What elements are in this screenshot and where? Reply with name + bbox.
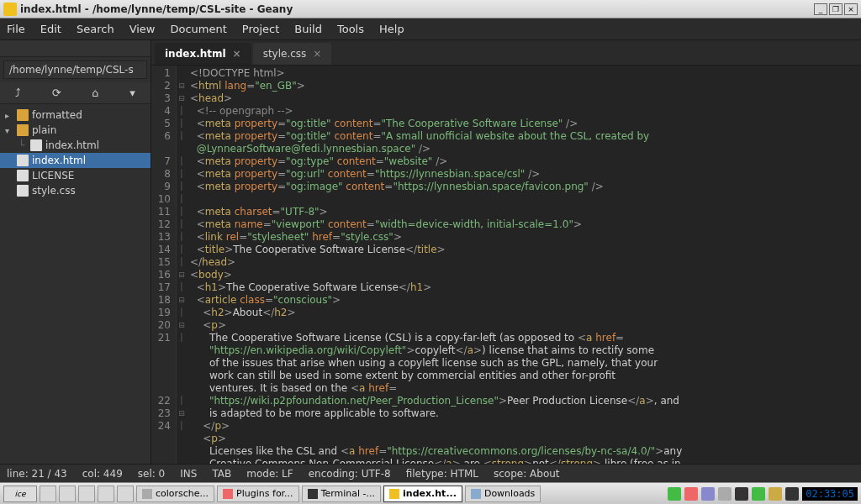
status-scope: scope: About: [494, 468, 560, 480]
tree-file[interactable]: └ index.html: [0, 138, 151, 153]
file-icon: [17, 170, 29, 181]
status-line: line: 21 / 43: [7, 468, 67, 480]
menu-view[interactable]: View: [129, 23, 156, 35]
launcher-icon[interactable]: [40, 486, 56, 502]
maximize-button[interactable]: ❐: [829, 3, 843, 15]
file-icon: [30, 139, 42, 151]
sidebar: /home/lynne/temp/CSL-s ⤴ ⟳ ⌂ ▾ ▸ formatt…: [0, 40, 151, 464]
start-button[interactable]: ice: [3, 486, 37, 502]
launcher-icon[interactable]: [98, 486, 114, 502]
status-mode: mode: LF: [246, 468, 293, 480]
tab-close-icon[interactable]: ×: [313, 48, 321, 60]
status-encoding: encoding: UTF-8: [309, 468, 391, 480]
nav-up-icon[interactable]: ⤴: [15, 87, 21, 99]
tree-file[interactable]: style.css: [0, 183, 151, 198]
code-editor[interactable]: 1 2 3 4 5 6 7 8 9 10 11 12 13 14 15 16 1…: [151, 66, 861, 464]
status-col: col: 449: [82, 468, 123, 480]
taskbar-item[interactable]: Terminal -...: [302, 486, 381, 502]
folder-icon: [17, 109, 29, 121]
tray-icon[interactable]: [701, 487, 715, 501]
taskbar-item[interactable]: colorsche...: [136, 486, 214, 502]
clock[interactable]: 02:33:05: [802, 487, 858, 501]
menu-file[interactable]: File: [7, 23, 25, 35]
launcher-icon[interactable]: [117, 486, 134, 502]
nav-refresh-icon[interactable]: ⟳: [52, 87, 61, 99]
taskbar-item[interactable]: Plugins for...: [217, 486, 299, 502]
tray-icon[interactable]: [735, 487, 748, 501]
tab-index-html[interactable]: index.html ×: [155, 43, 251, 65]
fold-column[interactable]: ⊟ ⊟ │ │ │ │ │ │ │ │ │ │ │ │ ⊟ │ ⊟ │ ⊟ │ …: [177, 66, 187, 464]
tray-icon[interactable]: [718, 487, 732, 501]
window-titlebar: index.html - /home/lynne/temp/CSL-site -…: [0, 0, 861, 18]
minimize-button[interactable]: _: [814, 3, 827, 15]
menu-tools[interactable]: Tools: [337, 23, 364, 35]
menu-build[interactable]: Build: [294, 23, 322, 35]
tab-style-css[interactable]: style.css ×: [253, 43, 332, 65]
taskbar: ice colorsche... Plugins for... Terminal…: [0, 482, 861, 504]
tray-icon[interactable]: [684, 487, 698, 501]
app-icon: [3, 3, 17, 16]
menu-document[interactable]: Document: [170, 23, 226, 35]
status-ins: INS: [180, 468, 197, 480]
nav-dropdown-icon[interactable]: ▾: [129, 87, 135, 99]
tree-file-selected[interactable]: index.html: [0, 153, 151, 168]
tree-folder-formatted[interactable]: ▸ formatted: [0, 108, 151, 123]
file-icon: [17, 155, 29, 166]
folder-icon: [17, 124, 29, 136]
menu-search[interactable]: Search: [77, 23, 114, 35]
launcher-icon[interactable]: [78, 486, 95, 502]
menu-edit[interactable]: Edit: [40, 23, 61, 35]
tree-file[interactable]: LICENSE: [0, 168, 151, 183]
file-icon: [17, 185, 29, 197]
line-numbers: 1 2 3 4 5 6 7 8 9 10 11 12 13 14 15 16 1…: [151, 66, 177, 464]
code-content[interactable]: <!DOCTYPE html> <html lang="en_GB"> <hea…: [187, 66, 861, 464]
status-bar: line: 21 / 43 col: 449 sel: 0 INS TAB mo…: [0, 464, 861, 482]
tree-folder-plain[interactable]: ▾ plain: [0, 123, 151, 138]
file-tree: ▸ formatted ▾ plain └ index.html index.h…: [0, 104, 151, 464]
taskbar-item[interactable]: Downloads: [465, 486, 541, 502]
menu-project[interactable]: Project: [242, 23, 279, 35]
taskbar-item-active[interactable]: index.ht...: [383, 486, 462, 502]
menu-help[interactable]: Help: [379, 23, 404, 35]
tab-close-icon[interactable]: ×: [233, 48, 241, 60]
system-tray: 02:33:05: [668, 487, 858, 501]
nav-home-icon[interactable]: ⌂: [92, 87, 98, 99]
window-title: index.html - /home/lynne/temp/CSL-site -…: [20, 3, 814, 15]
status-sel: sel: 0: [138, 468, 165, 480]
status-tab: TAB: [212, 468, 231, 480]
chevron-down-icon: ▾: [5, 126, 13, 135]
editor-tabs: index.html × style.css ×: [151, 40, 861, 66]
tray-icon[interactable]: [752, 487, 765, 501]
launcher-icon[interactable]: [59, 486, 76, 502]
tray-icon[interactable]: [668, 487, 681, 501]
close-button[interactable]: ×: [844, 3, 858, 15]
status-filetype: filetype: HTML: [406, 468, 478, 480]
chevron-right-icon: ▸: [5, 111, 13, 120]
tray-icon[interactable]: [769, 487, 782, 501]
menu-bar: File Edit Search View Document Project B…: [0, 18, 861, 40]
tray-icon[interactable]: [785, 487, 799, 501]
path-input[interactable]: /home/lynne/temp/CSL-s: [3, 60, 147, 79]
